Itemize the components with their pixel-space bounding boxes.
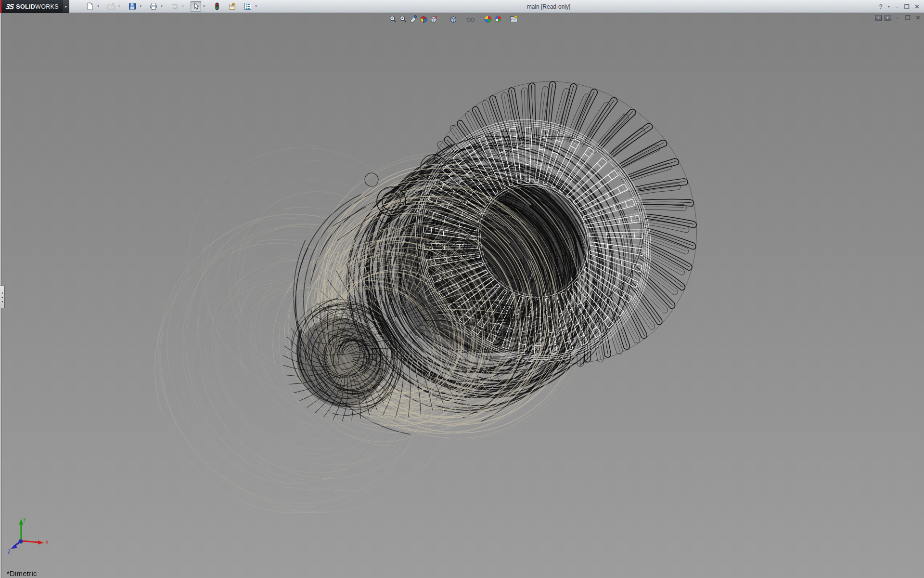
model-viewport-canvas[interactable]	[0, 13, 924, 578]
apply-scene-ball-icon	[494, 15, 502, 24]
collapse-pane-left-button[interactable]: ◂	[875, 15, 882, 21]
new-document-caret[interactable]: ▾	[95, 1, 101, 12]
select-cursor-icon	[192, 2, 200, 10]
triad-x-label: X	[45, 540, 49, 545]
zoom-to-fit-button[interactable]	[388, 14, 398, 24]
wireframe-display-button[interactable]	[448, 14, 458, 24]
open-document-button[interactable]	[106, 1, 116, 12]
splitter-arrow-icon: ◂	[1, 300, 3, 303]
zoom-to-area-button[interactable]	[398, 14, 408, 24]
display-cube-icon	[449, 15, 458, 24]
reference-triad: Y X Z	[5, 516, 51, 562]
open-document-caret[interactable]: ▾	[116, 1, 122, 12]
view-orientation-button[interactable]	[418, 14, 428, 24]
print-button[interactable]	[148, 1, 159, 12]
help-caret[interactable]: ▾	[887, 2, 891, 11]
brand-name-light: WORKS	[35, 3, 59, 10]
undo-arrow-icon	[171, 2, 179, 10]
window-title: main [Read-only]	[527, 0, 571, 13]
minimize-button[interactable]: –	[893, 2, 901, 11]
heads-up-view-toolbar	[388, 14, 519, 24]
triad-z-label: Z	[8, 549, 11, 554]
printer-icon	[150, 2, 157, 10]
open-folder-icon	[107, 2, 115, 10]
menu-flyout-button[interactable]: ▸	[63, 0, 69, 13]
standard-toolbar: ▾ ▾ ▾ ▾	[85, 0, 259, 13]
splitter-arrow-icon: ◂	[1, 291, 3, 294]
select-cursor-caret[interactable]: ▾	[201, 1, 207, 12]
sheet-with-hand-icon	[229, 2, 236, 10]
close-button[interactable]: ✕	[913, 2, 921, 11]
traffic-light-icon	[213, 2, 221, 10]
window-controls: ? ▾ – ❐ ✕	[877, 0, 921, 13]
feature-manager-splitter-tab[interactable]: ◂ ◂ ◂	[0, 286, 5, 308]
triad-x-axis	[21, 541, 39, 542]
view-orientation-box-icon	[419, 15, 428, 24]
print-caret[interactable]: ▾	[159, 1, 165, 12]
solidworks-logo: 3S SOLID WORKS	[0, 0, 63, 13]
undo-caret[interactable]: ▾	[180, 1, 186, 12]
edit-appearance-button[interactable]	[483, 14, 493, 24]
hide-show-items-button[interactable]	[465, 14, 475, 24]
undo-button[interactable]	[169, 1, 180, 12]
zoom-to-fit-icon	[389, 15, 398, 24]
appearance-ball-icon	[484, 15, 492, 24]
display-states-button[interactable]	[212, 1, 222, 12]
triad-origin	[19, 539, 23, 544]
checklist-icon	[244, 2, 252, 10]
section-view-knife-icon	[409, 15, 418, 24]
options-list-caret[interactable]: ▾	[253, 1, 259, 12]
options-list-button[interactable]	[243, 1, 253, 12]
zoom-to-area-icon	[399, 15, 408, 24]
new-document-button[interactable]	[85, 1, 95, 12]
graphics-area: ◂ ▸ – ❐ ✕ ◂ ◂ ◂ Y X Z *Dimetric	[0, 13, 924, 578]
section-view-button[interactable]	[408, 14, 418, 24]
view-settings-scene-icon	[510, 15, 518, 24]
document-minimize-button[interactable]: –	[894, 14, 901, 21]
new-document-icon	[86, 2, 94, 10]
triad-x-arrowhead	[38, 540, 44, 545]
brand-name-bold: SOLID	[16, 3, 35, 10]
title-bar: 3S SOLID WORKS ▸ ▾ ▾	[0, 0, 924, 13]
eyeglasses-icon	[466, 15, 475, 24]
display-style-button[interactable]	[428, 14, 438, 24]
collapse-pane-right-button[interactable]: ▸	[885, 15, 891, 21]
triad-y-label: Y	[23, 517, 26, 523]
save-floppy-icon	[128, 2, 136, 10]
edit-sheet-button[interactable]	[227, 1, 238, 12]
save-button[interactable]	[127, 1, 138, 12]
help-button[interactable]: ?	[877, 2, 885, 11]
view-settings-button[interactable]	[509, 14, 519, 24]
view-orientation-label: *Dimetric	[7, 569, 37, 578]
select-cursor-button[interactable]	[191, 1, 201, 12]
logo-red-accent	[0, 0, 1, 13]
apply-scene-button[interactable]	[493, 14, 503, 24]
splitter-arrow-icon: ◂	[1, 296, 3, 299]
restore-button[interactable]: ❐	[903, 2, 911, 11]
display-style-cube-icon	[429, 15, 438, 24]
save-caret[interactable]: ▾	[138, 1, 143, 12]
document-window-controls: ◂ ▸ – ❐ ✕	[875, 14, 922, 21]
document-close-button[interactable]: ✕	[914, 14, 922, 21]
document-restore-button[interactable]: ❐	[904, 14, 911, 21]
dassault-3ds-logo-icon: 3S	[5, 2, 14, 11]
